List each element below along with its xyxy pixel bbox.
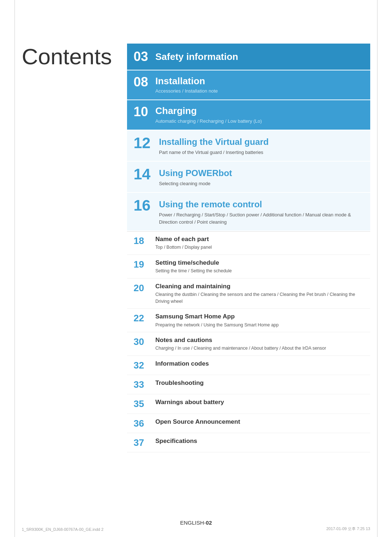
toc-content-warnings: Warnings about battery	[155, 398, 364, 406]
toc-subtitle-cleaning: Cleaning the dustbin / Cleaning the sens…	[155, 291, 364, 305]
toc-subtitle-time-schedule: Setting the time / Setting the schedule	[155, 268, 364, 274]
toc-title-powerbot: Using POWERbot	[159, 168, 364, 179]
toc-item-powerbot[interactable]: 14 Using POWERbot Selecting cleaning mod…	[127, 162, 370, 192]
toc-content-powerbot: Using POWERbot Selecting cleaning mode	[159, 167, 364, 187]
footer-filename: 1_SR9300K_EN_DJ68-00767A-00_GE.indd 2	[22, 527, 103, 532]
toc-title-time-schedule: Setting time/schedule	[155, 259, 364, 267]
toc-item-info-codes[interactable]: 32 Information codes	[127, 356, 370, 375]
toc-item-open-source[interactable]: 36 Open Source Announcement	[127, 414, 370, 433]
toc-subtitle-installation: Accessories / Installation note	[155, 88, 364, 94]
page-container: Contents 03 Safety information 08 Instal…	[22, 44, 370, 453]
toc-subtitle-each-part: Top / Bottom / Display panel	[155, 244, 364, 251]
toc-item-each-part[interactable]: 18 Name of each part Top / Bottom / Disp…	[127, 232, 370, 255]
toc-page-virtual-guard: 12	[134, 135, 155, 151]
footer: ENGLISH-02	[0, 520, 392, 526]
toc-title-specifications: Specifications	[155, 437, 364, 445]
toc-page-notes: 30	[134, 336, 152, 347]
toc-item-cleaning[interactable]: 20 Cleaning and maintaining Cleaning the…	[127, 279, 370, 309]
toc-title-each-part: Name of each part	[155, 235, 364, 243]
toc-item-troubleshooting[interactable]: 33 Troubleshooting	[127, 375, 370, 394]
toc-title-cleaning: Cleaning and maintaining	[155, 282, 364, 290]
toc-item-installation[interactable]: 08 Installation Accessories / Installati…	[127, 70, 370, 99]
toc-page-open-source: 36	[134, 418, 152, 429]
toc-content-remote-control: Using the remote control Power / Recharg…	[159, 198, 364, 225]
toc-page-smart-home: 22	[134, 313, 152, 324]
toc-title-open-source: Open Source Announcement	[155, 418, 364, 426]
toc-item-notes[interactable]: 30 Notes and cautions Charging / In use …	[127, 333, 370, 356]
toc-title-safety: Safety information	[155, 51, 238, 62]
toc-page-each-part: 18	[134, 235, 152, 247]
toc-subtitle-virtual-guard: Part name of the Virtual guard / Inserti…	[159, 149, 364, 156]
footer-date: 2017-01-09 오후 7:25 13	[326, 526, 370, 532]
toc-content-charging: Charging Automatic charging / Recharging…	[155, 105, 364, 124]
toc-subtitle-notes: Charging / In use / Cleaning and mainten…	[155, 345, 364, 352]
toc-page-safety: 03	[134, 50, 152, 63]
toc-page-charging: 10	[134, 105, 152, 118]
toc-wrapper: 03 Safety information 08 Installation Ac…	[127, 44, 370, 452]
toc-subtitle-remote-control: Power / Recharging / Start/Stop / Suctio…	[159, 211, 364, 225]
toc-item-safety[interactable]: 03 Safety information	[127, 44, 370, 70]
toc-page-powerbot: 14	[134, 167, 155, 182]
page-border-right	[377, 0, 377, 537]
page-title: Contents	[22, 44, 112, 69]
toc-page-info-codes: 32	[134, 360, 152, 371]
toc-item-remote-control[interactable]: 16 Using the remote control Power / Rech…	[127, 193, 370, 231]
toc-page-troubleshooting: 33	[134, 379, 152, 390]
toc-content-info-codes: Information codes	[155, 360, 364, 368]
toc-title-installation: Installation	[155, 76, 364, 87]
toc-title-smart-home: Samsung Smart Home App	[155, 313, 364, 321]
toc-subtitle-smart-home: Preparing the network / Using the Samsun…	[155, 322, 364, 329]
toc-title-virtual-guard: Installing the Virtual guard	[159, 137, 364, 147]
toc-page-warnings: 35	[134, 398, 152, 410]
toc-content-cleaning: Cleaning and maintaining Cleaning the du…	[155, 282, 364, 305]
page-border-left	[15, 0, 15, 537]
toc-content-installation: Installation Accessories / Installation …	[155, 76, 364, 94]
toc-page-cleaning: 20	[134, 282, 152, 294]
toc-content-smart-home: Samsung Smart Home App Preparing the net…	[155, 313, 364, 328]
toc-item-specifications[interactable]: 37 Specifications	[127, 434, 370, 452]
toc-content-each-part: Name of each part Top / Bottom / Display…	[155, 235, 364, 251]
toc-item-virtual-guard[interactable]: 12 Installing the Virtual guard Part nam…	[127, 130, 370, 161]
toc-item-smart-home[interactable]: 22 Samsung Smart Home App Preparing the …	[127, 309, 370, 332]
toc-subtitle-powerbot: Selecting cleaning mode	[159, 180, 364, 187]
toc-page-specifications: 37	[134, 437, 152, 448]
toc-item-charging[interactable]: 10 Charging Automatic charging / Recharg…	[127, 100, 370, 129]
toc-item-time-schedule[interactable]: 19 Setting time/schedule Setting the tim…	[127, 255, 370, 278]
toc-content-notes: Notes and cautions Charging / In use / C…	[155, 336, 364, 352]
toc-content-troubleshooting: Troubleshooting	[155, 379, 364, 387]
toc-title-charging: Charging	[155, 105, 364, 117]
footer-num: 02	[206, 520, 212, 526]
toc-title-notes: Notes and cautions	[155, 336, 364, 344]
toc-title-info-codes: Information codes	[155, 360, 364, 368]
toc-content-virtual-guard: Installing the Virtual guard Part name o…	[159, 135, 364, 156]
toc-page-remote-control: 16	[134, 198, 155, 213]
toc-page-time-schedule: 19	[134, 259, 152, 270]
toc-title-troubleshooting: Troubleshooting	[155, 379, 364, 387]
toc-item-warnings[interactable]: 35 Warnings about battery	[127, 395, 370, 414]
toc-title-warnings: Warnings about battery	[155, 398, 364, 406]
toc-content-time-schedule: Setting time/schedule Setting the time /…	[155, 259, 364, 274]
footer-lang: ENGLISH-02	[180, 520, 212, 526]
toc-subtitle-charging: Automatic charging / Recharging / Low ba…	[155, 118, 364, 125]
toc-title-remote-control: Using the remote control	[159, 199, 364, 210]
toc-content-specifications: Specifications	[155, 437, 364, 445]
toc-content-open-source: Open Source Announcement	[155, 418, 364, 426]
toc-page-installation: 08	[134, 76, 152, 89]
